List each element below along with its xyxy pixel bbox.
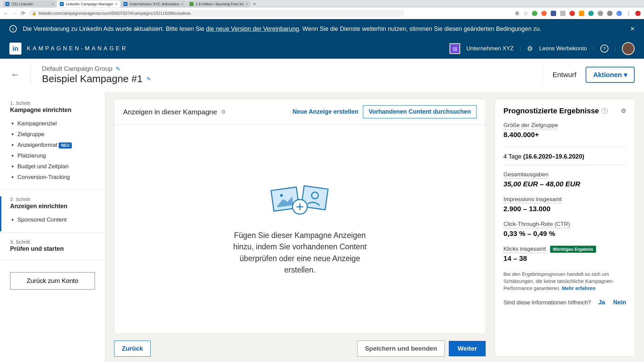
helpful-no-button[interactable]: Nein xyxy=(613,299,626,306)
browser-reload-icon[interactable]: ⟳ xyxy=(21,10,25,16)
sidebar-item-platzierung[interactable]: Platzierung xyxy=(17,150,95,161)
new-tab-button[interactable]: + xyxy=(251,1,258,7)
step-label: 2. Schritt xyxy=(10,196,95,202)
gear-icon[interactable]: ⚙ xyxy=(621,107,626,115)
divider xyxy=(503,165,626,165)
browser-tab-images[interactable]: 1.8 million+ Stunning Free Im× xyxy=(187,1,251,7)
close-icon[interactable]: × xyxy=(52,2,54,6)
step-2[interactable]: 2. Schritt Anzeigen einrichten Sponsored… xyxy=(0,196,105,231)
helpful-yes-button[interactable]: Ja xyxy=(598,299,605,306)
extension-icon[interactable] xyxy=(579,11,584,16)
extension-icon[interactable] xyxy=(532,11,537,16)
close-icon[interactable]: × xyxy=(115,2,117,6)
back-arrow-icon[interactable]: ← xyxy=(0,69,30,80)
sidebar-item-sponsored-content[interactable]: Sponsored Content xyxy=(17,215,95,225)
extension-icon[interactable] xyxy=(570,11,575,16)
favicon-linkedin: in xyxy=(123,2,127,6)
record-icon[interactable] xyxy=(635,11,641,16)
panel-title: Anzeigen in dieser Kampagne xyxy=(123,108,217,116)
browser-extensions: ⊕ ☆ ⋮ xyxy=(515,10,641,16)
learn-more-link[interactable]: Mehr erfahren xyxy=(562,285,595,291)
profile-avatar-icon[interactable] xyxy=(616,11,622,16)
sidebar-item-budget[interactable]: Budget und Zeitplan xyxy=(17,161,95,172)
step-label: 3. Schritt xyxy=(10,239,95,245)
close-icon[interactable]: × xyxy=(246,2,248,6)
top-navigation: in KAMPAGNEN-MANAGER ▤ Unternehmen XYZ |… xyxy=(0,39,644,59)
empty-state-text: Fügen Sie dieser Kampagne Anzeigen hinzu… xyxy=(233,230,367,276)
company-badge-icon[interactable]: ▤ xyxy=(449,43,460,54)
zoom-icon[interactable]: ⊕ xyxy=(515,10,519,16)
metric-label: Gesamtausgaben xyxy=(503,171,548,179)
sidebar-item-conversion[interactable]: Conversion-Tracking xyxy=(17,172,95,183)
audience-size-metric: Größe der Zielgruppe 8.400.000+ xyxy=(503,122,626,140)
content-area: Anzeigen in dieser Kampagne ⚙ Neue Anzei… xyxy=(105,92,644,362)
url-text: linkedin.com/campaignmanager/account/508… xyxy=(39,11,191,16)
divider xyxy=(0,260,105,260)
tab-label: (15) LinkedIn xyxy=(11,2,33,6)
back-button[interactable]: Zurück xyxy=(114,341,151,357)
extension-icon[interactable] xyxy=(607,11,612,16)
next-button[interactable]: Weiter xyxy=(449,341,486,356)
browser-back-icon[interactable]: ← xyxy=(3,10,9,16)
create-ad-link[interactable]: Neue Anzeige erstellen xyxy=(292,108,358,115)
metric-label: Impressions insgesamt xyxy=(503,196,562,203)
sidebar-item-anzeigenformat[interactable]: AnzeigenformatNEU xyxy=(17,140,95,150)
ads-panel: Anzeigen in dieser Kampagne ⚙ Neue Anzei… xyxy=(114,99,486,334)
page-header: ← Default Campaign Group ✎ Beispiel Kamp… xyxy=(0,59,644,92)
favicon-pixabay xyxy=(190,2,194,6)
close-icon[interactable]: × xyxy=(181,2,183,6)
browser-menu-icon[interactable]: ⋮ xyxy=(626,10,631,16)
tab-label: Unternehmen XYZ: Administra xyxy=(129,2,179,6)
url-field[interactable]: 🔒 linkedin.com/campaignmanager/account/5… xyxy=(29,10,404,17)
account-name[interactable]: Leons Werbekonto xyxy=(539,45,587,52)
gear-icon[interactable]: ⚙ xyxy=(527,45,533,53)
help-icon[interactable]: ? xyxy=(600,45,608,53)
banner-text: Die Vereinbarung zu LinkedIn Ads wurde a… xyxy=(23,25,541,33)
step-title: Prüfen und starten xyxy=(10,245,95,252)
forecast-title: Prognostizierte Ergebnisse xyxy=(503,107,599,115)
company-name[interactable]: Unternehmen XYZ xyxy=(466,45,514,52)
browser-tab-unternehmen[interactable]: inUnternehmen XYZ: Administra× xyxy=(121,1,186,7)
favicon-linkedin: in xyxy=(5,2,9,6)
browser-tab-campaign-manager[interactable]: inLinkedIn Campaign Manager× xyxy=(57,1,120,7)
extension-icon[interactable] xyxy=(541,11,547,16)
extension-icon[interactable] xyxy=(560,11,566,16)
gear-icon[interactable]: ⚙ xyxy=(221,109,226,115)
save-exit-button[interactable]: Speichern und beenden xyxy=(357,341,445,357)
empty-state: Fügen Sie dieser Kampagne Anzeigen hinzu… xyxy=(114,125,485,334)
favicon-linkedin: in xyxy=(60,2,64,6)
extension-icon[interactable] xyxy=(588,11,594,16)
close-icon[interactable]: × xyxy=(630,24,635,33)
edit-icon[interactable]: ✎ xyxy=(147,76,151,82)
metric-label: Click-Through-Rate (CTR) xyxy=(503,221,570,228)
tab-label: 1.8 million+ Stunning Free Im xyxy=(196,2,244,6)
back-to-account-button[interactable]: Zurück zum Konto xyxy=(10,272,95,290)
campaign-group-name: Default Campaign Group xyxy=(42,65,112,72)
browse-content-button[interactable]: Vorhandenen Content durchsuchen xyxy=(363,105,477,118)
ctr-metric: Click-Through-Rate (CTR) 0,33 % – 0,49 % xyxy=(503,221,626,239)
user-avatar[interactable] xyxy=(622,42,635,55)
linkedin-logo[interactable]: in xyxy=(9,43,21,55)
helpful-prompt: Sind diese Informationen hilfreich? Ja N… xyxy=(503,299,626,306)
sidebar-item-zielgruppe[interactable]: Zielgruppe xyxy=(17,129,95,140)
agreement-banner: i Die Vereinbarung zu LinkedIn Ads wurde… xyxy=(0,19,644,39)
extension-icon[interactable] xyxy=(551,11,556,16)
edit-icon[interactable]: ✎ xyxy=(116,66,120,72)
browser-tabs-bar: in(15) LinkedIn× inLinkedIn Campaign Man… xyxy=(0,0,644,8)
sidebar-item-kampagnenziel[interactable]: Kampagnenziel xyxy=(17,118,95,129)
help-icon[interactable]: ? xyxy=(602,108,608,114)
app-title: KAMPAGNEN-MANAGER xyxy=(27,45,128,52)
extension-icon[interactable] xyxy=(598,11,603,16)
step-title: Kampagne einrichten xyxy=(10,107,95,114)
step-title: Anzeigen einrichten xyxy=(10,203,95,210)
browser-tab-linkedin[interactable]: in(15) LinkedIn× xyxy=(3,1,56,7)
actions-button[interactable]: Aktionen▾ xyxy=(586,67,635,83)
star-icon[interactable]: ☆ xyxy=(523,10,528,16)
browser-forward-icon[interactable]: → xyxy=(12,10,17,16)
divider xyxy=(0,233,105,233)
step-1[interactable]: 1. Schritt Kampagne einrichten Kampagnen… xyxy=(0,100,105,189)
new-badge: NEU xyxy=(59,142,72,148)
step-3[interactable]: 3. Schritt Prüfen und starten xyxy=(0,239,105,258)
chevron-down-icon: ▾ xyxy=(624,71,627,79)
agreement-link[interactable]: die neue Version der Vereinbarung xyxy=(206,25,299,32)
